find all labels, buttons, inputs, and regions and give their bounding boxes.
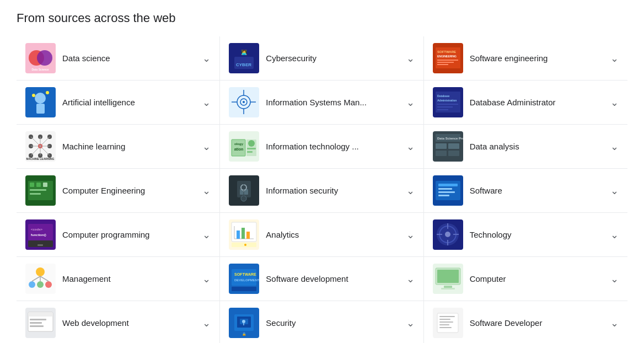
item-label-security: Security	[266, 318, 399, 329]
chevron-icon-software-engineering: ⌄	[610, 52, 619, 65]
list-item-information-security[interactable]: Information security⌄	[220, 169, 423, 213]
thumbnail-computer-programming: <code> function()	[25, 219, 56, 250]
list-item-computer[interactable]: Computer⌄	[424, 257, 627, 301]
list-item-analytics[interactable]: Analytics⌄	[220, 213, 423, 257]
item-label-technology: Technology	[470, 229, 604, 240]
svg-text:function(): function()	[31, 233, 46, 237]
svg-point-90	[244, 244, 246, 246]
thumbnail-computer-engineering	[25, 175, 56, 206]
svg-point-45	[45, 281, 52, 288]
svg-text:SOFTWARE: SOFTWARE	[437, 50, 456, 53]
svg-text:ology: ology	[234, 142, 244, 146]
list-item-software-development[interactable]: SOFTWARE DEVELOPMENT Software developmen…	[220, 257, 423, 301]
chevron-icon-cybersecurity: ⌄	[406, 52, 415, 65]
svg-point-72	[248, 140, 255, 147]
svg-rect-141	[444, 286, 452, 288]
svg-rect-89	[232, 243, 256, 247]
svg-point-7	[32, 94, 35, 97]
item-label-software-developer: Software Developer	[470, 318, 604, 329]
svg-text:ation: ation	[234, 147, 244, 151]
svg-text:CYBER: CYBER	[236, 62, 251, 67]
list-item-machine-learning[interactable]: MACHINE LEARNING Machine learning⌄	[17, 125, 219, 169]
list-item-technology[interactable]: Technology⌄	[424, 213, 627, 257]
list-item-management[interactable]: Management⌄	[17, 257, 219, 301]
svg-text:SOFTWARE: SOFTWARE	[234, 272, 256, 276]
list-item-data-analysis[interactable]: Data Science Process Data analysis⌄	[424, 125, 627, 169]
thumbnail-software-engineering: SOFTWARE ENGINEERING	[433, 43, 463, 73]
thumbnail-analytics	[229, 219, 259, 250]
list-item-security[interactable]: 🔒 Security⌄	[220, 301, 423, 343]
item-label-database-administrator: Database Administrator	[470, 97, 604, 108]
column-2: SOFTWARE ENGINEERING Software engineerin…	[424, 36, 627, 343]
svg-rect-37	[28, 240, 53, 247]
chevron-icon-technology: ⌄	[610, 229, 619, 241]
svg-point-5	[35, 93, 46, 104]
thumbnail-software	[433, 175, 463, 206]
svg-rect-149	[439, 327, 452, 328]
svg-rect-142	[441, 288, 455, 290]
svg-point-100	[242, 320, 245, 323]
chevron-icon-information-systems-management: ⌄	[406, 97, 415, 109]
chevron-icon-computer: ⌄	[610, 273, 619, 285]
svg-rect-53	[30, 322, 42, 324]
list-item-artificial-intelligence[interactable]: Artificial intelligence⌄	[17, 81, 219, 125]
svg-rect-51	[28, 312, 53, 317]
chevron-icon-software: ⌄	[610, 185, 619, 197]
svg-text:Database: Database	[437, 94, 449, 98]
list-item-software[interactable]: Software⌄	[424, 169, 627, 213]
list-item-computer-engineering[interactable]: Computer Engineering⌄	[17, 169, 219, 213]
chevron-icon-machine-learning: ⌄	[202, 141, 211, 153]
svg-rect-146	[439, 319, 450, 320]
list-item-computer-programming[interactable]: <code> function() Computer programming⌄	[17, 213, 219, 257]
svg-rect-129	[438, 195, 449, 196]
item-label-software: Software	[470, 185, 604, 196]
list-item-database-administrator[interactable]: Database Administration Database Adminis…	[424, 81, 627, 125]
chevron-icon-software-development: ⌄	[406, 273, 415, 285]
page-title: From sources across the web	[17, 11, 627, 25]
svg-rect-36	[28, 224, 53, 240]
item-label-cybersecurity: Cybersecurity	[266, 53, 399, 64]
svg-point-42	[36, 267, 45, 276]
thumbnail-artificial-intelligence	[25, 87, 56, 117]
svg-rect-115	[437, 106, 453, 108]
thumbnail-database-administrator: Database Administration	[433, 87, 463, 117]
svg-point-44	[37, 281, 44, 288]
thumbnail-software-developer	[433, 308, 463, 338]
page-container: From sources across the web Data Science…	[0, 0, 644, 343]
svg-rect-86	[237, 231, 240, 239]
svg-rect-122	[436, 151, 447, 156]
svg-rect-114	[437, 104, 458, 105]
svg-rect-121	[448, 143, 459, 149]
list-item-software-developer[interactable]: Software Developer⌄	[424, 301, 627, 343]
svg-rect-126	[438, 184, 458, 186]
item-label-artificial-intelligence: Artificial intelligence	[62, 97, 196, 108]
list-item-software-engineering[interactable]: SOFTWARE ENGINEERING Software engineerin…	[424, 36, 627, 81]
svg-rect-33	[30, 189, 46, 191]
svg-rect-52	[30, 319, 46, 320]
list-item-data-science[interactable]: Data Science Data science⌄	[17, 36, 219, 81]
thumbnail-information-technology: ation ology	[229, 131, 259, 162]
column-1: 👩‍💻 CYBER Cybersecurity⌄ Information Sys…	[220, 36, 423, 343]
item-label-computer-programming: Computer programming	[62, 229, 196, 240]
svg-text:👩‍💻: 👩‍💻	[241, 49, 248, 56]
item-label-data-analysis: Data analysis	[470, 141, 604, 152]
svg-rect-145	[439, 316, 455, 317]
svg-rect-32	[43, 183, 47, 187]
thumbnail-information-systems-management	[229, 87, 259, 117]
svg-text:DEVELOPMENT: DEVELOPMENT	[234, 278, 259, 282]
list-item-cybersecurity[interactable]: 👩‍💻 CYBER Cybersecurity⌄	[220, 36, 423, 81]
thumbnail-software-development: SOFTWARE DEVELOPMENT	[229, 264, 259, 294]
chevron-icon-data-science: ⌄	[202, 52, 211, 65]
list-item-web-development[interactable]: Web development⌄	[17, 301, 219, 343]
svg-text:Administration: Administration	[437, 99, 457, 102]
item-label-computer: Computer	[470, 274, 604, 285]
svg-text:ENGINEERING: ENGINEERING	[437, 55, 457, 58]
list-item-information-systems-management[interactable]: Information Systems Man...⌄	[220, 81, 423, 125]
svg-text:Data Science Process: Data Science Process	[437, 137, 463, 140]
item-label-information-systems-management: Information Systems Man...	[266, 97, 399, 108]
chevron-icon-software-developer: ⌄	[610, 317, 619, 329]
list-item-information-technology[interactable]: ation ology Information technology ...⌄	[220, 125, 423, 169]
svg-rect-120	[436, 143, 447, 149]
svg-rect-107	[437, 60, 458, 61]
svg-rect-88	[246, 232, 250, 239]
